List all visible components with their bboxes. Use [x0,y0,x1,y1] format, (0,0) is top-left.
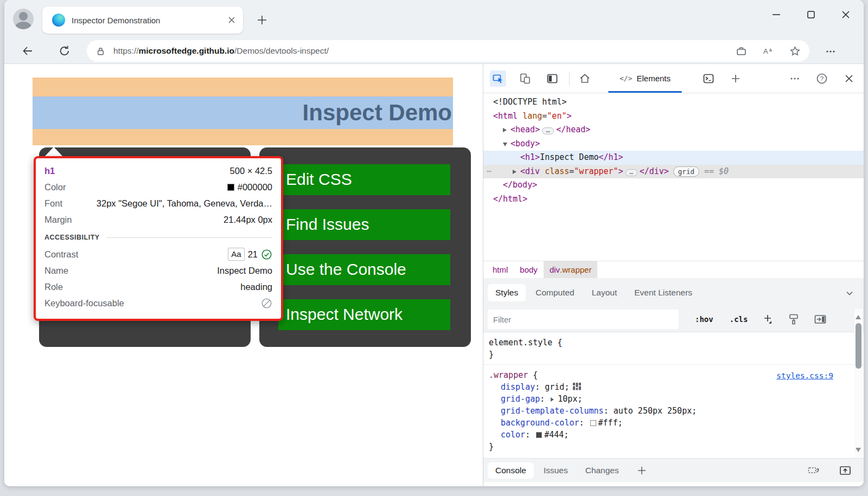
browser-essentials-icon[interactable] [736,46,747,57]
refresh-icon[interactable] [56,43,73,59]
dom-node-line[interactable]: <h1>Inspect Demo</h1> [483,151,864,165]
wrapper-css-rule[interactable]: .wrapper { styles.css:9 display: grid;gr… [483,365,864,456]
help-icon[interactable]: ? [814,70,830,87]
expand-toggle-icon[interactable] [503,137,510,151]
quickview-tab-console[interactable]: Console [488,462,534,479]
rotate-device-icon[interactable] [807,464,820,477]
inspect-element-icon[interactable] [490,70,506,87]
dom-node-line[interactable]: ⋯<div class="wrapper">…</div>grid == $0 [483,165,864,179]
stylesheet-link[interactable]: styles.css:9 [776,370,833,382]
url-text: https://microsoftedge.github.io/Demos/de… [113,46,736,56]
dom-node-line[interactable]: <!DOCTYPE html> [483,95,864,109]
dom-token: <html [493,111,518,121]
welcome-home-icon[interactable] [577,70,593,87]
expand-toggle-icon[interactable] [513,165,520,179]
sidebar-tab-styles[interactable]: Styles [488,284,526,301]
styles-filter-input[interactable] [488,310,679,329]
inline-expand-icon[interactable]: … [626,169,637,176]
scroll-down-icon[interactable] [856,448,861,455]
css-declaration[interactable]: grid-template-columns: auto 250px 250px; [489,405,858,417]
grid-badge[interactable]: grid [673,166,699,177]
sidebar-tab-layout[interactable]: Layout [584,284,625,301]
breadcrumb-item[interactable]: div.wrapper [544,261,598,278]
new-tab-button[interactable] [255,13,269,27]
section-divider [106,237,272,238]
css-declaration[interactable]: grid-gap: 10px; [489,393,858,405]
read-aloud-icon[interactable]: A [762,45,774,57]
more-options-icon[interactable] [787,70,803,87]
lock-icon[interactable] [95,46,106,56]
dom-node-line[interactable]: </html> [483,192,864,207]
quickview-tab-changes[interactable]: Changes [578,462,627,479]
address-bar[interactable]: https://microsoftedge.github.io/Demos/de… [87,40,809,62]
demo-page-button[interactable]: Edit CSS [278,164,450,195]
styles-scrollbar[interactable] [854,309,863,458]
breadcrumb-token: body [520,265,538,274]
dock-side-icon[interactable] [544,70,560,87]
demo-page-button[interactable]: Inspect Network [278,299,450,330]
url-scheme: https:// [113,46,139,55]
color-picker-icon[interactable] [788,313,800,325]
close-devtools-icon[interactable] [841,70,857,87]
new-style-rule-icon[interactable] [762,313,774,325]
dom-node-line[interactable]: <head>…</head> [483,123,864,137]
toggle-cls[interactable]: .cls [730,315,748,324]
dom-token: > [566,111,571,121]
css-declaration[interactable]: color: #444; [489,429,858,441]
active-tab-underline [608,91,682,93]
expand-value-icon[interactable] [551,397,556,402]
node-more-icon[interactable]: ⋯ [487,165,492,179]
close-window-icon[interactable] [841,10,851,20]
profile-avatar-icon[interactable] [13,9,34,29]
tab-elements[interactable]: </> Elements [602,64,688,93]
dom-token: class [540,166,569,176]
minimize-icon[interactable] [771,10,781,20]
css-property-name: grid-template-columns [501,406,604,416]
scroll-up-icon[interactable] [856,312,861,319]
maximize-icon[interactable] [806,10,816,20]
dom-token: </body> [503,180,537,190]
back-icon[interactable] [20,43,36,59]
css-colon: : [540,394,550,404]
dom-token: <!DOCTYPE html> [493,97,566,107]
breadcrumb-item[interactable]: html [487,261,514,278]
dom-token: "wrapper" [574,166,618,176]
console-drawer-icon[interactable] [700,70,717,87]
toggle-hov[interactable]: :hov [695,315,713,324]
dom-token: > [618,166,623,176]
expand-toggle-icon[interactable] [503,123,510,137]
css-declaration[interactable]: display: grid; [489,381,858,393]
scrollbar-thumb[interactable] [856,323,861,369]
window-controls [771,10,851,20]
sidebar-tab-event-listeners[interactable]: Event Listeners [627,284,700,301]
toggle-sidebar-icon[interactable] [814,313,827,326]
chevron-down-icon[interactable] [845,289,854,298]
demo-page-button[interactable]: Use the Console [278,254,450,285]
dom-node-line[interactable]: <html lang="en"> [483,109,864,124]
quickview-tab-issues[interactable]: Issues [536,462,576,479]
contrast-aa-badge: Aa [228,248,244,261]
favorites-star-icon[interactable] [789,46,801,57]
css-property-name: grid-gap [501,394,540,404]
browser-tab[interactable]: Inspector Demonstration [42,7,243,34]
color-swatch[interactable] [536,432,542,438]
breadcrumb-item[interactable]: body [514,261,544,278]
settings-menu-icon[interactable] [824,44,838,59]
grid-editor-icon[interactable] [573,383,581,390]
dom-node-line[interactable]: </body> [483,178,864,192]
tab-close-icon[interactable] [228,16,235,24]
inline-expand-icon[interactable]: … [542,127,554,134]
color-swatch[interactable] [590,420,596,426]
css-declaration[interactable]: background-color: #fff; [489,417,858,429]
dom-node-line[interactable]: <body> [483,137,864,151]
dom-token: </html> [493,194,527,204]
sidebar-tab-computed[interactable]: Computed [528,284,582,301]
dom-token: $0 [719,166,729,176]
add-quickview-tab-icon[interactable] [636,465,647,476]
element-style-rule[interactable]: element.style { } [483,332,864,365]
demo-page-button[interactable]: Find Issues [278,209,450,240]
dom-token: <h1> [520,152,540,162]
device-emulation-icon[interactable] [517,70,533,87]
expand-panel-icon[interactable] [839,464,852,477]
more-tabs-icon[interactable] [727,70,744,87]
